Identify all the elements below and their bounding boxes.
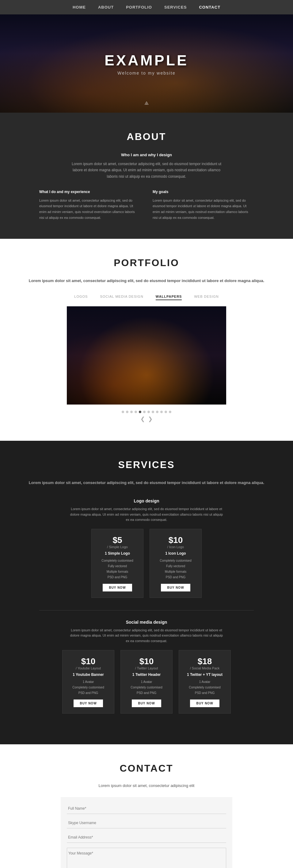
tab-web-design[interactable]: WEB DESIGN [194, 293, 219, 300]
dot-2[interactable] [126, 411, 129, 413]
dot-4[interactable] [135, 411, 137, 413]
logo-buy-2[interactable]: BUY NOW [161, 584, 190, 591]
service-divider [39, 610, 254, 611]
portfolio-arrows: ❮ ❯ [12, 415, 281, 422]
navigation: HOME ABOUT PORTFOLIO SERVICES CONTACT [0, 0, 293, 14]
services-section: SERVICES Lorem ipsum dolor sit amet, con… [0, 441, 293, 744]
social-price-3: $18 [185, 656, 224, 666]
services-description: Lorem ipsum dolor sit amet, consectetur … [12, 480, 281, 486]
about-goals-col: My goals Lorem ipsum dolor sit amet, con… [153, 189, 254, 220]
logo-buy-1[interactable]: BUY NOW [103, 584, 132, 591]
dot-5[interactable] [139, 411, 141, 413]
social-features-1: 1 AvatarCompletely customisedPSD and PNG [69, 679, 108, 696]
dot-1[interactable] [122, 411, 124, 413]
logo-package-2: $10 / Icon Logo 1 Icon Logo Completely c… [150, 529, 202, 598]
message-input[interactable] [67, 848, 226, 868]
social-price-2: $10 [127, 656, 166, 666]
logo-name-2: 1 Icon Logo [156, 551, 195, 556]
contact-description: Lorem ipsum dolor sit amet, consectetur … [12, 783, 281, 788]
logo-design-title: Logo design [12, 498, 281, 503]
hero-section: EXAMPLE Welcome to my website ⟁ [0, 14, 293, 113]
dot-3[interactable] [130, 411, 133, 413]
contact-section: CONTACT Lorem ipsum dolor sit amet, cons… [0, 744, 293, 868]
social-name-2: 1 Twitter Header [127, 673, 166, 677]
logo-unit-1: / Simple Logo [98, 545, 137, 549]
hero-title: EXAMPLE [105, 52, 188, 69]
social-package-3: $18 / Social Media Pack 1 Twitter + YT l… [179, 650, 231, 714]
dot-7[interactable] [147, 411, 150, 413]
tab-wallpapers[interactable]: WALLPAPERS [156, 293, 182, 300]
contact-form-area [61, 797, 232, 868]
nav-services[interactable]: SERVICES [164, 5, 187, 9]
social-buy-1[interactable]: BUY NOW [74, 700, 103, 707]
prev-arrow[interactable]: ❮ [140, 415, 145, 422]
about-what-text: Lorem ipsum dolor sit amet, consectetur … [39, 198, 140, 221]
contact-form [67, 803, 226, 868]
hero-scroll-arrow[interactable]: ⟁ [144, 98, 149, 106]
nav-portfolio[interactable]: PORTFOLIO [126, 5, 152, 9]
email-input[interactable] [67, 832, 226, 843]
social-pricing-row: $10 / Youtube Layout 1 Youtube Banner 1 … [12, 650, 281, 714]
social-name-3: 1 Twitter + YT layout [185, 673, 224, 677]
social-features-2: 1 AvatarCompletely customisedPSD and PNG [127, 679, 166, 696]
portfolio-section: PORTFOLIO Lorem ipsum dolor sit amet, co… [0, 239, 293, 441]
nav-contact[interactable]: CONTACT [199, 5, 220, 9]
social-unit-2: / Twitter Layout [127, 666, 166, 670]
social-package-2: $10 / Twitter Layout 1 Twitter Header 1 … [120, 650, 173, 714]
logo-name-1: 1 Simple Logo [98, 551, 137, 556]
social-unit-3: / Social Media Pack [185, 666, 224, 670]
about-what-title: What I do and my experience [39, 189, 140, 195]
portfolio-description: Lorem ipsum dolor sit amet, consectetur … [12, 278, 281, 284]
logo-unit-2: / Icon Logo [156, 545, 195, 549]
dot-9[interactable] [156, 411, 158, 413]
about-title: ABOUT [12, 131, 281, 143]
hero-subtitle: Welcome to my website [105, 71, 188, 75]
tab-logos[interactable]: LOGOS [74, 293, 88, 300]
social-design-title: Social media design [12, 620, 281, 625]
nav-home[interactable]: HOME [73, 5, 86, 9]
logo-features-1: Completely customisedFully vectoredMulti… [98, 558, 137, 580]
dot-12[interactable] [169, 411, 171, 413]
dot-11[interactable] [164, 411, 167, 413]
logo-package-1: $5 / Simple Logo 1 Simple Logo Completel… [91, 529, 143, 598]
skype-input[interactable] [67, 818, 226, 828]
about-what-col: What I do and my experience Lorem ipsum … [39, 189, 140, 220]
social-features-3: 1 AvatarCompletely customisedPSD and PNG [185, 679, 224, 696]
social-buy-3[interactable]: BUY NOW [190, 700, 219, 707]
about-who-block: Who I am and why I design Lorem ipsum do… [70, 152, 223, 180]
logo-pricing-row: $5 / Simple Logo 1 Simple Logo Completel… [12, 529, 281, 598]
services-title: SERVICES [12, 459, 281, 470]
portfolio-title: PORTFOLIO [12, 257, 281, 269]
social-buy-2[interactable]: BUY NOW [132, 700, 161, 707]
portfolio-tabs: LOGOS SOCIAL MEDIA DESIGN WALLPAPERS WEB… [12, 293, 281, 300]
logo-price-1: $5 [98, 535, 137, 545]
logo-design-desc: Lorem ipsum dolor sit amet, consectetur … [70, 506, 223, 523]
social-price-1: $10 [69, 656, 108, 666]
social-name-1: 1 Youtube Banner [69, 673, 108, 677]
portfolio-image [67, 306, 226, 405]
dot-6[interactable] [143, 411, 146, 413]
tab-social-media[interactable]: SOCIAL MEDIA DESIGN [100, 293, 143, 300]
portfolio-dots [12, 411, 281, 413]
nav-about[interactable]: ABOUT [98, 5, 114, 9]
about-who-text: Lorem ipsum dolor sit amet, consectetur … [70, 161, 223, 180]
next-arrow[interactable]: ❯ [148, 415, 153, 422]
about-section: ABOUT Who I am and why I design Lorem ip… [0, 113, 293, 239]
social-package-1: $10 / Youtube Layout 1 Youtube Banner 1 … [62, 650, 114, 714]
social-unit-1: / Youtube Layout [69, 666, 108, 670]
about-who-title: Who I am and why I design [70, 152, 223, 158]
about-goals-title: My goals [153, 189, 254, 195]
social-design-desc: Lorem ipsum dolor sit amet, consectetur … [70, 628, 223, 644]
about-two-column: What I do and my experience Lorem ipsum … [39, 189, 254, 220]
dot-10[interactable] [160, 411, 163, 413]
portfolio-image-inner [67, 306, 226, 405]
about-goals-text: Lorem ipsum dolor sit amet, consectetur … [153, 198, 254, 221]
dot-8[interactable] [152, 411, 154, 413]
logo-price-2: $10 [156, 535, 195, 545]
contact-title: CONTACT [12, 763, 281, 774]
logo-features-2: Completely customisedFully vectoredMulti… [156, 558, 195, 580]
hero-content: EXAMPLE Welcome to my website [105, 52, 188, 75]
full-name-input[interactable] [67, 803, 226, 814]
